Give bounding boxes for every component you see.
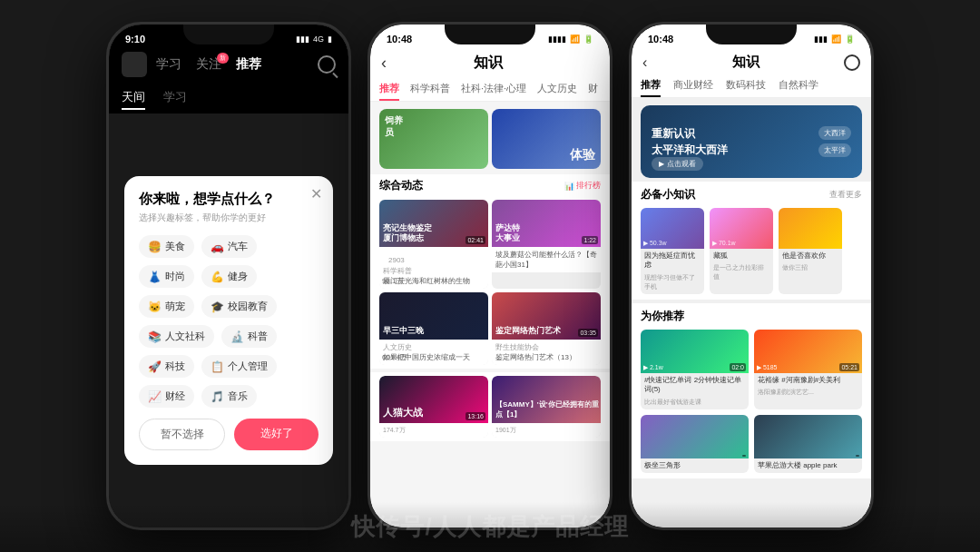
tab-tuijian[interactable]: 推荐: [236, 56, 261, 73]
status-time-1: 9:10: [125, 34, 145, 44]
battery-icon: 🔋: [583, 34, 593, 44]
rec-card-3[interactable]: 极坐三角形: [641, 415, 749, 473]
tab-sheke[interactable]: 社科·法律·心理: [461, 78, 526, 101]
search-icon-3[interactable]: [844, 54, 860, 71]
card-views-1: 93.1万: [382, 276, 404, 286]
phone3-content: 重新认识 太平洋和大西洋 大西洋 太平洋 ▶ 点击观看 必备小知识: [632, 98, 871, 527]
tag-meishi[interactable]: 🍔美食: [139, 235, 194, 258]
video-card-1[interactable]: 亮记生物鉴定厦门博物志 02:41 93.1万 2903 科学科普 厦门荧光海和…: [379, 200, 488, 289]
science-icon: 🔬: [230, 330, 244, 343]
knowledge-more[interactable]: 查看更多: [829, 189, 862, 201]
modal-title: 你来啦，想学点什么？: [139, 191, 318, 208]
modal-close-icon[interactable]: ✕: [310, 185, 322, 202]
card-desc-k3: 他是否喜欢你: [779, 249, 842, 263]
subtab-xuexi[interactable]: 学习: [163, 86, 187, 110]
card-info-4: 野生技能协会 鉴定网络热门艺术（13）: [492, 340, 601, 365]
wifi-icon: 📶: [570, 34, 580, 44]
tab-guanzhu[interactable]: 关注 新: [196, 56, 221, 73]
tag-jianshen[interactable]: 💪健身: [201, 265, 257, 288]
tag-label: 音乐: [228, 389, 248, 403]
confirm-button[interactable]: 选好了: [234, 419, 318, 450]
card-thumb-3: 早三中三晚: [379, 292, 488, 340]
music-icon: 🎵: [211, 390, 224, 403]
fitness-icon: 💪: [211, 271, 224, 283]
status-icons-2: ▮▮▮▮ 📶 🔋: [548, 34, 593, 44]
video-card-3[interactable]: 早三中三晚 601.4万 人文历史 如果把中国历史浓缩成一天: [379, 292, 488, 365]
card-info-6: 1901万: [492, 423, 601, 438]
tag-kepu[interactable]: 🔬科普: [221, 325, 277, 348]
subtab-tianjian[interactable]: 天间: [122, 86, 145, 110]
status-bar-3: 10:48 ▮▮▮ 📶 🔋: [632, 25, 871, 50]
phone1-subtabs: 天间 学习: [109, 83, 348, 113]
video-card-4[interactable]: 鉴定网络热门艺术 03:35 野生技能协会 鉴定网络热门艺术（13）: [492, 292, 601, 365]
card-desc-k2: 藏狐: [710, 249, 773, 263]
hero-watch-btn[interactable]: ▶ 点击观看: [652, 157, 703, 171]
tag-xiaoyuan[interactable]: 🎓校园教育: [201, 295, 277, 318]
tag-caijing[interactable]: 📈财经: [139, 385, 194, 408]
hero-tags: 大西洋 太平洋: [818, 126, 851, 157]
rec-img-2: 05:21 ▶ 5185: [754, 330, 862, 373]
nav-logo-icon: [122, 52, 147, 77]
video-card-2[interactable]: 萨达特大事业 1:22 坡及蘑菇公司能整什么活？【奇葩小国31】: [492, 200, 601, 289]
back-button-2[interactable]: ‹: [381, 54, 387, 73]
rec-card-4[interactable]: 苹果总游大楼 apple park: [754, 415, 862, 473]
banner-item-1[interactable]: 饲养员: [379, 109, 488, 169]
knowledge-card-1[interactable]: ▶ 50.3w 因为拖延症而忧虑 现想学习但做不了手机: [641, 208, 704, 294]
knowledge-card-2[interactable]: ▶ 70.1w 藏狐 是一己之力拉彩排值: [710, 208, 773, 294]
card-title-2: 萨达特大事业: [495, 223, 520, 243]
tab-ziran[interactable]: 自然科学: [779, 74, 818, 97]
tag-shishang[interactable]: 👗时尚: [139, 265, 194, 288]
knowledge-card-wrap-1: ▶ 50.3w: [641, 208, 704, 249]
knowledge-card-img-2: ▶ 70.1w: [710, 208, 773, 249]
phone1-tabs[interactable]: 学习 关注 新 推荐: [156, 56, 318, 73]
tag-keji[interactable]: 🚀科技: [139, 355, 194, 378]
rec-card-1[interactable]: 02:0 ▶ 2.1w #快速记忆单词 2分钟快速记单词(5) 比出最好省钱游走…: [641, 330, 749, 409]
signal-icon: ▮▮▮: [296, 34, 309, 44]
card-thumb-2: 萨达特大事业 1:22: [492, 200, 601, 247]
card-thumb-6: 【SAMMY】'设'你已经拥有的重点【1】: [492, 376, 601, 423]
battery-icon: ▮: [328, 34, 332, 44]
tag-qiche[interactable]: 🚗汽车: [201, 235, 257, 258]
tab-tuijian-3[interactable]: 推荐: [641, 74, 661, 97]
modal-subtitle: 选择兴趣标签，帮助你学的更好: [139, 212, 318, 224]
phone-1: 9:10 ▮▮▮ 4G ▮ 学习 关注 新 推荐: [106, 22, 351, 530]
tab-kepu[interactable]: 科学科普: [410, 78, 450, 101]
tag-wenke[interactable]: 📚人文社科: [139, 325, 214, 348]
tag-label: 科普: [248, 330, 268, 343]
battery-icon-3: 🔋: [845, 34, 855, 44]
tab-cai[interactable]: 财: [588, 78, 598, 101]
card-title-3: 早三中三晚: [383, 326, 424, 336]
card-comments-1: 2903: [388, 256, 405, 264]
sort-label[interactable]: 📊 排行榜: [564, 180, 601, 192]
tech-icon: 🚀: [148, 360, 162, 373]
rec-card-2[interactable]: 05:21 ▶ 5185 花裕缘 #河南豫剧#关美利 洛阳豫剧院演艺艺...: [754, 330, 862, 409]
tag-gerenguan[interactable]: 📋个人管理: [201, 355, 277, 378]
skip-button[interactable]: 暂不选择: [139, 419, 225, 450]
search-icon[interactable]: [318, 55, 336, 74]
tag-yinyue[interactable]: 🎵音乐: [201, 385, 257, 408]
tag-label: 校园教育: [228, 300, 268, 313]
tab-caijing[interactable]: 商业财经: [673, 74, 713, 97]
card-info-3: 601.4万 人文历史 如果把中国历史浓缩成一天: [379, 340, 488, 365]
recommend-section-header: 为你推荐: [641, 309, 862, 324]
video-card-6[interactable]: 【SAMMY】'设'你已经拥有的重点【1】 1901万: [492, 376, 601, 438]
rec-duration-2: 05:21: [839, 363, 859, 371]
tab-renwen[interactable]: 人文历史: [537, 78, 577, 101]
tab-tuijian-2[interactable]: 推荐: [379, 78, 399, 101]
rec-duration-1: 02:0: [730, 363, 746, 371]
video-card-5[interactable]: 人猫大战 13:16 174.7万: [379, 376, 488, 438]
knowledge-card-3[interactable]: 他是否喜欢你 做你三招: [779, 208, 842, 294]
section-title-1: 综合动态: [379, 178, 423, 193]
tab-xuxi[interactable]: 学习: [156, 56, 181, 73]
food-icon: 🍔: [148, 241, 162, 253]
phone-2-screen: 10:48 ▮▮▮▮ 📶 🔋 ‹ 知识 推荐 科学科普 社科·法律·心理 人文历…: [370, 25, 610, 527]
tag-mengchong[interactable]: 🐱萌宠: [139, 295, 194, 318]
card-desc-2: 坡及蘑菇公司能整什么活？【奇葩小国31】: [495, 250, 597, 270]
banner-item-2[interactable]: 体验: [492, 109, 601, 169]
banner-text-right: 体验: [570, 147, 595, 163]
rec-sub-1: 比出最好省钱游走课: [641, 398, 749, 409]
hero-banner[interactable]: 重新认识 太平洋和大西洋 大西洋 太平洋 ▶ 点击观看: [641, 105, 862, 178]
tag-label: 时尚: [165, 270, 185, 283]
tab-shuma[interactable]: 数码科技: [726, 74, 766, 97]
card-desc-k1: 因为拖延症而忧虑: [641, 249, 704, 273]
